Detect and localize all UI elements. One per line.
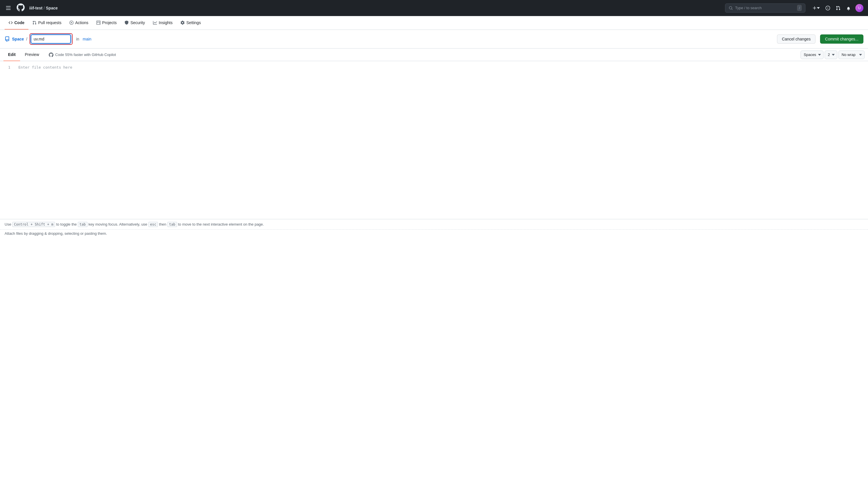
search-box[interactable]: Type / to search / (725, 3, 805, 12)
indent-size-select[interactable]: 2 4 8 (825, 51, 837, 59)
github-logo (17, 3, 25, 12)
code-editor: 1 Enter file contents here (0, 61, 868, 219)
edit-tab[interactable]: Edit (3, 49, 20, 61)
notifications-button[interactable] (845, 5, 852, 11)
nav-security-label: Security (130, 20, 145, 25)
issues-button[interactable] (825, 5, 831, 11)
new-button[interactable] (811, 5, 821, 11)
footer-hint-then: then (159, 222, 167, 226)
nav-actions[interactable]: Actions (65, 16, 92, 30)
repo-link-topbar[interactable]: Space (46, 6, 58, 10)
branch-label: main (83, 37, 91, 41)
breadcrumb: iiif-test / Space (29, 6, 58, 10)
line-number-1: 1 (5, 65, 10, 71)
repo-breadcrumb-link[interactable]: Space (12, 37, 24, 41)
line-numbers: 1 (0, 61, 14, 219)
nav-settings[interactable]: Settings (177, 16, 205, 30)
code-content[interactable]: Enter file contents here (14, 61, 868, 219)
editor-settings: Spaces Tabs 2 4 8 No wrap Soft wrap (801, 51, 865, 59)
filename-input-wrapper (31, 34, 71, 44)
drop-hint: Attach files by dragging & dropping, sel… (0, 229, 868, 238)
filename-input-container (30, 33, 73, 45)
nav-actions-label: Actions (75, 20, 88, 25)
commit-changes-button[interactable]: Commit changes... (820, 34, 863, 44)
footer-hint-prefix: Use (5, 222, 12, 226)
repo-icon (5, 36, 10, 42)
copilot-badge[interactable]: Code 55% faster with GitHub Copilot (46, 52, 119, 58)
nav-pull-requests[interactable]: Pull requests (28, 16, 65, 30)
footer-hint-suffix: to move to the next interactive element … (178, 222, 264, 226)
code-placeholder: Enter file contents here (19, 65, 72, 69)
cancel-changes-button[interactable]: Cancel changes (777, 34, 815, 44)
kbd-esc: esc (148, 222, 158, 227)
nav-projects[interactable]: Projects (92, 16, 121, 30)
nav-settings-label: Settings (186, 20, 201, 25)
nav-insights-label: Insights (159, 20, 173, 25)
kbd-tab2: tab (167, 222, 177, 227)
nav-code[interactable]: Code (5, 16, 28, 30)
search-placeholder: Type / to search (735, 6, 762, 10)
preview-tab[interactable]: Preview (20, 49, 43, 61)
editor-footer: Use Control + Shift + m to toggle the ta… (0, 219, 868, 229)
avatar[interactable]: U (856, 4, 863, 12)
filename-input[interactable] (34, 37, 68, 41)
nav-code-label: Code (14, 20, 24, 25)
path-separator: / (26, 37, 27, 41)
wrap-select[interactable]: No wrap Soft wrap (838, 51, 865, 59)
spaces-select[interactable]: Spaces Tabs (801, 51, 824, 59)
pulls-button[interactable] (835, 5, 842, 11)
editor-toolbar: Edit Preview Code 55% faster with GitHub… (0, 49, 868, 61)
breadcrumb-separator: / (43, 6, 45, 10)
nav-pr-label: Pull requests (38, 20, 61, 25)
in-label: in (76, 37, 79, 41)
repo-nav: Code Pull requests Actions Projects Secu… (0, 16, 868, 30)
topbar-actions: U (811, 4, 863, 12)
footer-hint-middle2: key moving focus. Alternatively, use (88, 222, 148, 226)
nav-security[interactable]: Security (121, 16, 149, 30)
copilot-text: Code 55% faster with GitHub Copilot (55, 53, 116, 57)
nav-insights[interactable]: Insights (149, 16, 177, 30)
search-shortcut: / (797, 5, 802, 11)
kbd-ctrl-shift-m: Control + Shift + m (12, 222, 55, 227)
editor-header: Space / in main Cancel changes Commit ch… (0, 30, 868, 49)
nav-projects-label: Projects (102, 20, 117, 25)
footer-hint-middle: to toggle the (56, 222, 78, 226)
hamburger-button[interactable] (5, 4, 12, 12)
kbd-tab: tab (78, 222, 88, 227)
topbar: iiif-test / Space Type / to search / U (0, 0, 868, 16)
org-link[interactable]: iiif-test (29, 6, 42, 10)
